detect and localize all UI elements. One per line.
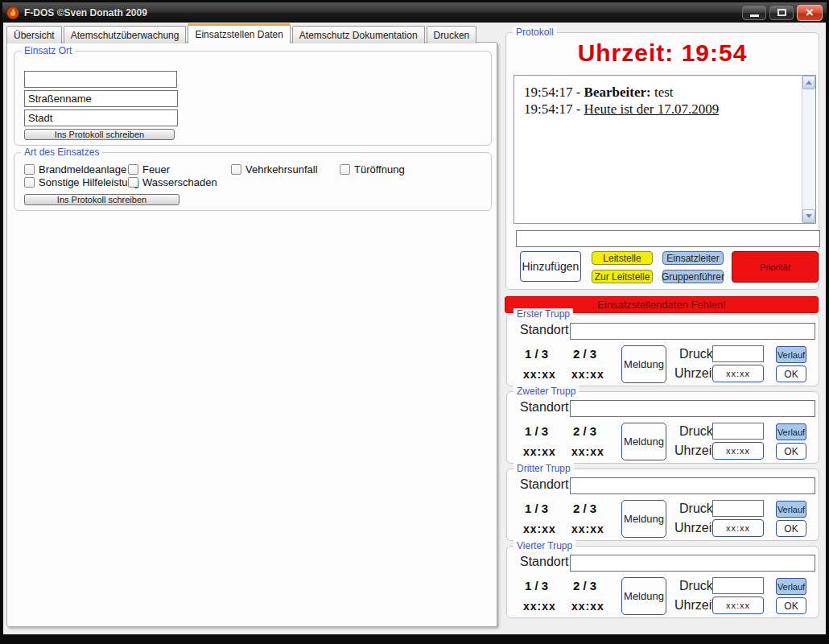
checkbox-brandmeldeanlage[interactable]: Brandmeldeanlage xyxy=(24,163,126,175)
entry-underlined-text: Heute ist der 17.07.2009 xyxy=(584,101,720,117)
druck-input[interactable] xyxy=(712,500,764,517)
checkbox-label: Sonstige Hilfeleistung xyxy=(39,176,139,188)
tab-uebersicht[interactable]: Übersicht xyxy=(6,26,62,43)
scroll-down-button[interactable] xyxy=(802,209,815,223)
entry-text: test xyxy=(651,85,674,100)
entry-time: 19:54:17 - xyxy=(524,101,584,117)
ok-button[interactable]: OK xyxy=(776,443,806,460)
tab-page-einsatzstellen-daten: Einsatz Ort Ins Protokoll schreiben Art … xyxy=(6,42,497,627)
uhrzeit-value-button[interactable]: xx:xx xyxy=(712,597,764,614)
trupp-title: Vierter Trupp xyxy=(513,540,575,551)
titlebar: F-DOS ©Sven Donath 2009 ✕ xyxy=(2,2,827,23)
maximize-icon xyxy=(777,9,786,16)
tab-strip: Übersicht Atemschutzüberwachung Einsatzs… xyxy=(6,24,478,43)
ins-protokoll-schreiben-button-art[interactable]: Ins Protokoll schreiben xyxy=(24,194,179,205)
protokoll-entry[interactable]: 19:54:17 - Bearbeiter: test xyxy=(524,84,815,101)
standort-input[interactable] xyxy=(570,555,815,572)
einsatz-ort-input[interactable] xyxy=(24,71,177,88)
verlauf-button[interactable]: Verlauf xyxy=(776,423,806,440)
crew-time-1: xx:xx xyxy=(523,522,556,535)
crew-time-1: xx:xx xyxy=(523,600,556,613)
checkbox-sonstige-hilfeleistung[interactable]: Sonstige Hilfeleistung xyxy=(24,176,139,188)
crew-time-2: xx:xx xyxy=(571,600,604,613)
druck-label: Druck xyxy=(679,424,713,439)
einsatzleiter-button[interactable]: Einsatzleiter xyxy=(662,251,724,265)
crew-ratio-1: 1 / 3 xyxy=(525,347,548,361)
checkbox-icon xyxy=(24,164,35,175)
uhrzeit-label: Uhrzeit xyxy=(674,598,716,613)
protokoll-group: Protokoll Uhrzeit: 19:54 19:54:17 - Bear… xyxy=(505,32,819,290)
crew-time-2: xx:xx xyxy=(571,445,604,458)
checkbox-label: Wasserschaden xyxy=(142,176,217,188)
protokoll-group-label: Protokoll xyxy=(513,27,557,38)
einsatz-ort-group: Einsatz Ort Ins Protokoll schreiben xyxy=(14,51,492,146)
druck-input[interactable] xyxy=(712,577,764,594)
checkbox-icon xyxy=(24,177,35,188)
crew-ratio-2: 2 / 3 xyxy=(573,579,596,592)
clock-display: Uhrzeit: 19:54 xyxy=(506,39,819,67)
druck-input[interactable] xyxy=(712,345,764,362)
tab-atemschutz-dokumentation[interactable]: Atemschutz Dokumentation xyxy=(292,26,425,43)
tab-drucken[interactable]: Drucken xyxy=(427,26,477,43)
uhrzeit-value-button[interactable]: xx:xx xyxy=(712,519,764,537)
tab-atemschutzueberwachung[interactable]: Atemschutzüberwachung xyxy=(64,26,187,43)
crew-time-2: xx:xx xyxy=(571,522,604,535)
tab-einsatzstellen-daten[interactable]: Einsatzstellen Daten xyxy=(188,23,290,43)
scroll-up-button[interactable] xyxy=(802,76,815,89)
close-button[interactable]: ✕ xyxy=(797,5,823,21)
checkbox-feuer[interactable]: Feuer xyxy=(128,163,170,175)
hinzufuegen-button[interactable]: Hinzufügen xyxy=(520,251,581,282)
standort-input[interactable] xyxy=(570,477,815,494)
checkbox-vehrkehrsunfall[interactable]: Vehrkehrsunfall xyxy=(231,163,318,175)
minimize-button[interactable] xyxy=(742,6,766,20)
verlauf-button[interactable]: Verlauf xyxy=(776,501,806,518)
prioritaet-button[interactable]: Priorität xyxy=(732,251,819,283)
crew-time-2: xx:xx xyxy=(571,368,604,381)
checkbox-tueroeffnung[interactable]: Türöffnung xyxy=(340,163,405,175)
checkbox-icon xyxy=(128,164,138,175)
verlauf-button[interactable]: Verlauf xyxy=(776,346,806,363)
window-content: Übersicht Atemschutzüberwachung Einsatzs… xyxy=(3,23,826,634)
standort-label: Standort xyxy=(520,400,568,415)
checkbox-label: Türöffnung xyxy=(354,163,405,175)
ins-protokoll-schreiben-button-ort[interactable]: Ins Protokoll schreiben xyxy=(24,129,175,140)
checkbox-label: Vehrkehrsunfall xyxy=(245,163,318,175)
druck-label: Druck xyxy=(679,579,713,593)
close-icon: ✕ xyxy=(806,7,815,18)
crew-ratio-2: 2 / 3 xyxy=(573,502,596,515)
uhrzeit-value-button[interactable]: xx:xx xyxy=(712,442,764,460)
ok-button[interactable]: OK xyxy=(776,520,806,537)
zur-leitstelle-button[interactable]: Zur Leitstelle xyxy=(592,270,653,283)
trupp-section-vierter: Vierter Trupp Standort 1 / 3 2 / 3 xx:xx… xyxy=(506,546,819,618)
window-controls: ✕ xyxy=(742,5,823,21)
trupp-title: Dritter Trupp xyxy=(513,463,574,474)
ok-button[interactable]: OK xyxy=(776,365,806,382)
maximize-button[interactable] xyxy=(769,6,794,20)
druck-input[interactable] xyxy=(712,423,764,440)
listbox-scrollbar[interactable] xyxy=(802,76,815,223)
uhrzeit-label: Uhrzeit xyxy=(674,444,716,458)
chevron-down-icon xyxy=(806,214,812,218)
uhrzeit-value-button[interactable]: xx:xx xyxy=(712,365,764,382)
trupp-title: Zweiter Trupp xyxy=(513,386,579,397)
meldung-button[interactable]: Meldung xyxy=(621,577,666,615)
protokoll-message-input[interactable] xyxy=(516,230,820,247)
trupp-section-zweiter: Zweiter Trupp Standort 1 / 3 2 / 3 xx:xx… xyxy=(506,391,819,464)
strassenname-input[interactable] xyxy=(24,90,178,107)
gruppenfuehrer-button[interactable]: Gruppenführer xyxy=(662,270,724,283)
leitstelle-button[interactable]: Leitstelle xyxy=(592,251,653,265)
ok-button[interactable]: OK xyxy=(776,597,806,614)
crew-ratio-1: 1 / 3 xyxy=(525,579,548,592)
trupp-section-erster: Erster Trupp Standort 1 / 3 2 / 3 xx:xx … xyxy=(506,314,819,386)
meldung-button[interactable]: Meldung xyxy=(621,500,666,538)
meldung-button[interactable]: Meldung xyxy=(621,345,666,383)
standort-input[interactable] xyxy=(570,400,815,417)
standort-input[interactable] xyxy=(570,323,815,340)
verlauf-button[interactable]: Verlauf xyxy=(776,578,806,595)
meldung-button[interactable]: Meldung xyxy=(621,423,666,460)
protokoll-entry[interactable]: 19:54:17 - Heute ist der 17.07.2009 xyxy=(524,101,815,118)
stadt-input[interactable] xyxy=(24,109,178,126)
flame-app-icon xyxy=(6,6,19,19)
checkbox-wasserschaden[interactable]: Wasserschaden xyxy=(128,176,217,188)
protokoll-listbox[interactable]: 19:54:17 - Bearbeiter: test 19:54:17 - H… xyxy=(513,75,816,224)
